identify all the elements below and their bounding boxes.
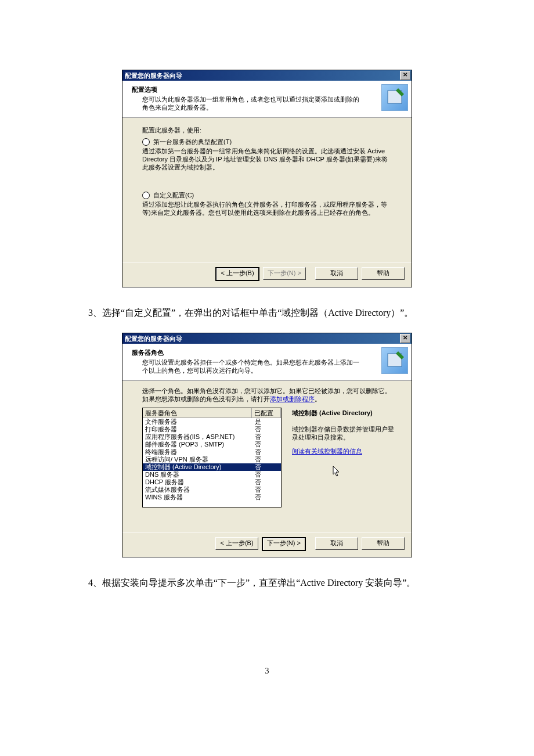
dialog-header: 服务器角色 您可以设置此服务器担任一个或多个特定角色。如果您想在此服务器上添加一… — [122, 344, 412, 381]
detail-description: 域控制器存储目录数据并管理用户登录处理和目录搜索。 — [292, 425, 394, 441]
list-item[interactable]: 域控制器 (Active Directory)否 — [143, 463, 281, 471]
dialog-server-role: 配置您的服务器向导 ✕ 服务器角色 您可以设置此服务器担任一个或多个特定角色。如… — [122, 333, 412, 557]
role-name: 邮件服务器 (POP3，SMTP) — [143, 441, 252, 448]
radio-typical-config[interactable]: 第一台服务器的典型配置(T) — [142, 138, 394, 146]
role-name: 流式媒体服务器 — [143, 486, 252, 494]
dialog-footer: < 上一步(B) 下一步(N) > 取消 帮助 — [122, 262, 412, 287]
role-configured: 否 — [252, 433, 281, 441]
help-button[interactable]: 帮助 — [362, 267, 405, 280]
list-item[interactable]: DHCP 服务器否 — [143, 478, 281, 486]
server-icon — [381, 347, 408, 374]
list-item[interactable]: DNS 服务器否 — [143, 471, 281, 478]
window-title: 配置您的服务器向导 — [125, 71, 182, 80]
page-number: 3 — [0, 667, 534, 676]
cursor-icon — [333, 466, 435, 480]
back-button[interactable]: < 上一步(B) — [215, 537, 258, 550]
list-item[interactable]: 应用程序服务器(IIS，ASP.NET)否 — [143, 433, 281, 441]
role-configured: 否 — [252, 448, 281, 456]
role-configured: 否 — [252, 441, 281, 448]
role-configured: 否 — [252, 486, 281, 494]
role-configured: 否 — [252, 426, 281, 433]
instruction-step-3: 3、选择“自定义配置”，在弹出的对话框中单击“域控制器（Active Direc… — [70, 305, 464, 321]
role-name: WINS 服务器 — [143, 494, 252, 501]
radio-icon — [142, 192, 150, 199]
option2-description: 通过添加您想让此服务器执行的角色(文件服务器，打印服务器，或应用程序服务器，等等… — [142, 200, 392, 217]
radio-icon — [142, 138, 150, 146]
titlebar: 配置您的服务器向导 ✕ — [122, 333, 412, 344]
list-item[interactable]: 邮件服务器 (POP3，SMTP)否 — [143, 441, 281, 448]
window-title: 配置您的服务器向导 — [125, 334, 182, 343]
header-title: 配置选项 — [132, 85, 406, 94]
intro-text: 选择一个角色。如果角色没有添加，您可以添加它。如果它已经被添加，您可以删除它。如… — [142, 387, 392, 403]
role-configured: 是 — [252, 418, 281, 426]
role-configured: 否 — [252, 471, 281, 478]
role-name: DNS 服务器 — [143, 471, 252, 478]
role-configured: 否 — [252, 494, 281, 501]
header-subtitle: 您可以为此服务器添加一组常用角色，或者您也可以通过指定要添加或删除的角色来自定义… — [142, 95, 363, 111]
dialog-body: 选择一个角色。如果角色没有添加，您可以添加它。如果它已经被添加，您可以删除它。如… — [122, 381, 412, 532]
list-item[interactable]: 打印服务器否 — [143, 426, 281, 433]
role-listbox[interactable]: 服务器角色 已配置 文件服务器是打印服务器否应用程序服务器(IIS，ASP.NE… — [142, 408, 282, 507]
option1-description: 通过添加第一台服务器的一组常用角色集来简化新网络的设置。此选项通过安装 Acti… — [142, 147, 392, 171]
next-button[interactable]: 下一步(N) > — [262, 537, 306, 551]
role-name: 打印服务器 — [143, 426, 252, 433]
prompt-text: 配置此服务器，使用: — [142, 126, 394, 134]
role-configured: 否 — [252, 456, 281, 463]
role-name: DHCP 服务器 — [143, 478, 252, 486]
role-name: 远程访问/ VPN 服务器 — [143, 456, 252, 463]
header-subtitle: 您可以设置此服务器担任一个或多个特定角色。如果您想在此服务器上添加一个以上的角色… — [142, 358, 363, 375]
list-item[interactable]: 终端服务器否 — [143, 448, 281, 456]
dialog-footer: < 上一步(B) 下一步(N) > 取消 帮助 — [122, 532, 412, 557]
dialog-header: 配置选项 您可以为此服务器添加一组常用角色，或者您也可以通过指定要添加或删除的角… — [122, 81, 412, 118]
back-button[interactable]: < 上一步(B) — [215, 267, 259, 281]
list-item[interactable]: 远程访问/ VPN 服务器否 — [143, 456, 281, 463]
list-item[interactable]: 流式媒体服务器否 — [143, 486, 281, 494]
role-name: 域控制器 (Active Directory) — [143, 463, 252, 471]
list-item[interactable]: WINS 服务器否 — [143, 494, 281, 501]
server-icon — [381, 84, 408, 111]
role-name: 终端服务器 — [143, 448, 252, 456]
role-name: 文件服务器 — [143, 418, 252, 426]
list-header: 服务器角色 已配置 — [143, 408, 281, 418]
role-configured: 否 — [252, 463, 281, 471]
role-detail-pane: 域控制器 (Active Directory) 域控制器存储目录数据并管理用户登… — [292, 408, 394, 507]
list-item[interactable]: 文件服务器是 — [143, 418, 281, 426]
col-header-configured: 已配置 — [252, 408, 281, 417]
dialog-config-options: 配置您的服务器向导 ✕ 配置选项 您可以为此服务器添加一组常用角色，或者您也可以… — [122, 70, 412, 287]
cancel-button[interactable]: 取消 — [315, 537, 358, 550]
header-title: 服务器角色 — [132, 348, 406, 357]
instruction-step-4: 4、根据安装向导提示多次单击“下一步”，直至弹出“Active Director… — [70, 575, 464, 591]
radio-custom-config[interactable]: 自定义配置(C) — [142, 191, 394, 199]
intro-part-a: 选择一个角色。如果角色没有添加，您可以添加它。如果它已经被添加，您可以删除它。如… — [142, 387, 391, 402]
radio-label: 自定义配置(C) — [153, 191, 194, 199]
close-icon[interactable]: ✕ — [400, 71, 410, 80]
radio-label: 第一台服务器的典型配置(T) — [153, 138, 232, 146]
cancel-button[interactable]: 取消 — [315, 267, 358, 280]
detail-title: 域控制器 (Active Directory) — [292, 409, 394, 417]
add-remove-programs-link[interactable]: 添加或删除程序 — [270, 395, 315, 402]
detail-link[interactable]: 阅读有关域控制器的信息 — [292, 448, 362, 455]
role-name: 应用程序服务器(IIS，ASP.NET) — [143, 433, 252, 441]
help-button[interactable]: 帮助 — [362, 537, 405, 550]
intro-part-b: 。 — [315, 395, 321, 402]
role-configured: 否 — [252, 478, 281, 486]
titlebar: 配置您的服务器向导 ✕ — [122, 70, 412, 81]
col-header-name: 服务器角色 — [143, 408, 252, 417]
close-icon[interactable]: ✕ — [400, 334, 410, 343]
next-button: 下一步(N) > — [263, 267, 306, 280]
dialog-body: 配置此服务器，使用: 第一台服务器的典型配置(T) 通过添加第一台服务器的一组常… — [122, 118, 412, 262]
